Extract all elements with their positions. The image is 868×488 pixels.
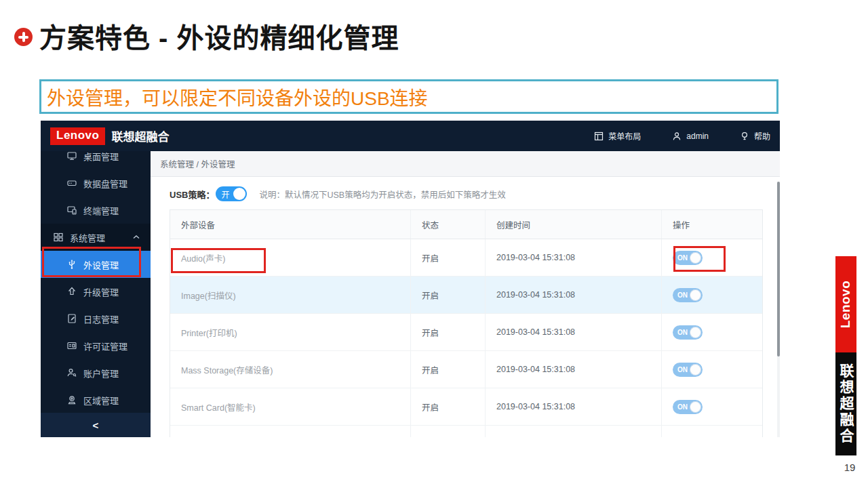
sidebar-item-label: 许可证管理: [83, 340, 127, 352]
sidebar-collapse-button[interactable]: <: [41, 413, 151, 437]
sidebar-item-peripheral[interactable]: 外设管理: [41, 251, 151, 278]
sidebar-item-terminal[interactable]: 终端管理: [41, 197, 151, 224]
sidebar-item-label: 账户管理: [83, 367, 119, 380]
device-status: 开启: [411, 351, 486, 388]
col-header-created: 创建时间: [486, 210, 662, 239]
page-number: 19: [838, 462, 861, 473]
lenovo-vertical-badge: Lenovo: [835, 256, 856, 352]
table-header: 外部设备 状态 创建时间 操作: [170, 210, 762, 239]
upgrade-icon: [66, 286, 77, 297]
sidebar-item-label: 数据盘管理: [83, 177, 127, 190]
callout-box: 外设管理，可以限定不同设备外设的USB连接: [39, 79, 778, 114]
device-created: 2019-03-04 15:31:08: [486, 351, 662, 388]
device-status: 开启: [411, 388, 486, 425]
help-bulb-icon: [740, 131, 749, 141]
layout-icon: [594, 131, 604, 141]
usb-policy-row: USB策略： 开 说明：默认情况下USB策略均为开启状态，禁用后如下策略才生效: [170, 186, 763, 201]
app-header: Lenovo 联想超融合 菜单布局 admin 帮助: [41, 121, 780, 151]
breadcrumb-text: 系统管理 / 外设管理: [160, 157, 235, 170]
sidebar-item-upgrade[interactable]: 升级管理: [41, 278, 151, 305]
product-vertical-text: 联想超融合: [839, 363, 853, 445]
content-panel: USB策略： 开 说明：默认情况下USB策略均为开启状态，禁用后如下策略才生效 …: [151, 177, 780, 437]
page-title: 方案特色 - 外设的精细化管理: [39, 16, 399, 56]
sidebar-item-license[interactable]: 许可证管理: [41, 332, 151, 359]
plus-icon: [14, 28, 33, 46]
sidebar-item-datadisk[interactable]: 数据盘管理: [41, 169, 151, 197]
table-row-partial: [170, 426, 762, 437]
app-screenshot: Lenovo 联想超融合 菜单布局 admin 帮助: [41, 121, 780, 437]
device-name: Printer(打印机): [170, 314, 411, 350]
callout-text: 外设管理，可以限定不同设备外设的USB连接: [47, 83, 428, 110]
sidebar-item-label: 日志管理: [83, 312, 119, 325]
toggle-knob: [690, 289, 701, 301]
device-toggle[interactable]: ON: [673, 363, 703, 377]
user-icon: [672, 131, 682, 141]
device-created: 2019-03-04 15:31:08: [486, 239, 662, 276]
help-label: 帮助: [754, 130, 770, 142]
lenovo-vertical-text: Lenovo: [839, 281, 854, 329]
menu-layout-label: 菜单布局: [608, 130, 641, 142]
device-status: 开启: [411, 239, 486, 276]
table-row-printer: Printer(打印机) 开启 2019-03-04 15:31:08 ON: [170, 314, 762, 351]
toggle-knob: [690, 364, 701, 375]
chevron-up-icon: [133, 235, 140, 240]
device-name: Audio(声卡): [170, 239, 411, 276]
sidebar-nav: 桌面管理 数据盘管理 终端管理 系统管理: [41, 151, 151, 413]
terminal-icon: [66, 205, 77, 216]
table-row-image: Image(扫描仪) 开启 2019-03-04 15:31:08 ON: [170, 277, 762, 314]
breadcrumb: 系统管理 / 外设管理: [151, 151, 780, 177]
sidebar-item-label: 桌面管理: [83, 151, 119, 163]
usb-policy-label: USB策略：: [170, 188, 214, 201]
toggle-knob: [233, 188, 245, 200]
grid-icon: [53, 232, 64, 243]
user-menu[interactable]: admin: [672, 131, 709, 141]
main-content: 系统管理 / 外设管理 USB策略： 开 说明：默认情况下USB策略均为开启状态…: [151, 151, 780, 437]
device-toggle[interactable]: [673, 437, 703, 438]
col-header-device: 外部设备: [170, 210, 411, 239]
usb-policy-description: 说明：默认情况下USB策略均为开启状态，禁用后如下策略才生效: [259, 188, 505, 201]
sidebar-item-region[interactable]: 区域管理: [41, 386, 151, 413]
table-row-smart-card: Smart Card(智能卡) 开启 2019-03-04 15:31:08 O…: [170, 388, 762, 426]
device-name: [170, 426, 411, 437]
sidebar-item-desktop[interactable]: 桌面管理: [41, 151, 151, 169]
slide: 方案特色 - 外设的精细化管理 外设管理，可以限定不同设备外设的USB连接 Le…: [0, 0, 868, 488]
table-row-mass-storage: Mass Storage(存储设备) 开启 2019-03-04 15:31:0…: [170, 351, 762, 388]
data-disk-icon: [66, 178, 77, 188]
sidebar: 桌面管理 数据盘管理 终端管理 系统管理: [41, 151, 151, 437]
sidebar-item-label: 升级管理: [83, 285, 119, 298]
usb-policy-toggle[interactable]: 开: [216, 186, 247, 201]
menu-layout-button[interactable]: 菜单布局: [594, 130, 641, 142]
devices-table: 外部设备 状态 创建时间 操作 Audio(声卡) 开启 2019-03-04 …: [170, 209, 763, 437]
license-icon: [66, 340, 77, 351]
scrollbar-thumb[interactable]: [777, 182, 780, 357]
lenovo-logo: Lenovo: [50, 127, 105, 145]
device-toggle[interactable]: ON: [673, 251, 703, 265]
device-toggle[interactable]: ON: [673, 288, 703, 302]
sidebar-item-account[interactable]: 账户管理: [41, 359, 151, 386]
sidebar-item-label: 区域管理: [83, 394, 119, 407]
app-body: 桌面管理 数据盘管理 终端管理 系统管理: [41, 151, 780, 437]
device-created: 2019-03-04 15:31:08: [486, 277, 662, 313]
device-toggle[interactable]: ON: [673, 400, 703, 414]
device-name: Image(扫描仪): [170, 277, 411, 313]
log-icon: [66, 313, 77, 324]
topbar: 菜单布局 admin 帮助: [594, 130, 770, 142]
sidebar-item-label: 系统管理: [70, 231, 105, 244]
col-header-status: 状态: [411, 210, 486, 239]
sidebar-item-label: 外设管理: [83, 258, 119, 271]
device-created: [486, 426, 662, 437]
sidebar-item-log[interactable]: 日志管理: [41, 305, 151, 332]
device-status: 开启: [411, 314, 486, 350]
table-row-audio: Audio(声卡) 开启 2019-03-04 15:31:08 ON: [170, 239, 762, 277]
sidebar-section-system[interactable]: 系统管理: [41, 224, 151, 251]
device-status: [411, 426, 486, 437]
usb-icon: [66, 259, 77, 270]
toggle-on-label: 开: [221, 188, 229, 200]
device-toggle[interactable]: ON: [673, 325, 703, 340]
device-created: 2019-03-04 15:31:08: [486, 314, 662, 350]
help-button[interactable]: 帮助: [740, 130, 770, 142]
toggle-knob: [690, 252, 701, 264]
product-name: 联想超融合: [111, 127, 169, 144]
desktop-icon: [66, 151, 77, 161]
sidebar-item-label: 终端管理: [83, 204, 119, 217]
